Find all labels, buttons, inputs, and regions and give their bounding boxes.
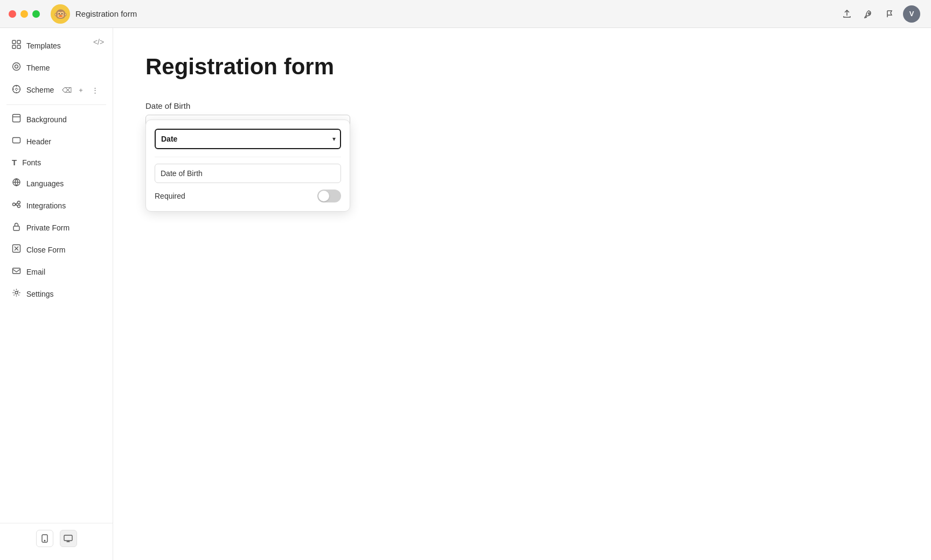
svg-rect-3	[12, 45, 16, 48]
sidebar-label-theme: Theme	[26, 64, 50, 72]
sidebar-item-settings[interactable]: Settings	[3, 283, 109, 304]
email-icon	[12, 266, 21, 277]
toggle-knob	[318, 191, 329, 201]
scheme-add-button[interactable]: +	[75, 84, 87, 96]
sidebar-label-fonts: Fonts	[22, 158, 41, 167]
main-layout: </> Templates Theme Scheme ⌫ + ⋮	[0, 28, 931, 560]
share-button[interactable]	[838, 5, 856, 23]
required-label: Required	[155, 192, 185, 200]
sidebar-item-background[interactable]: Background	[3, 109, 109, 130]
field-label: Date of Birth	[145, 101, 899, 110]
svg-point-19	[44, 540, 45, 541]
app-header: 🐵 Registration form	[51, 4, 137, 24]
background-icon	[12, 114, 21, 125]
scheme-icon	[12, 85, 21, 96]
form-title: Registration form	[145, 54, 899, 80]
svg-rect-9	[13, 138, 20, 143]
content-area: Registration form Date of Birth mm / dd …	[113, 28, 931, 560]
sidebar-label-languages: Languages	[26, 179, 64, 188]
scheme-delete-button[interactable]: ⌫	[61, 84, 73, 96]
scheme-more-button[interactable]: ⋮	[89, 84, 101, 96]
sidebar-item-fonts[interactable]: T Fonts	[3, 153, 109, 172]
languages-icon	[12, 178, 21, 189]
sidebar-item-integrations[interactable]: Integrations	[3, 195, 109, 216]
scheme-actions: ⌫ + ⋮	[61, 84, 101, 96]
svg-point-12	[18, 201, 20, 204]
flag-button[interactable]	[881, 5, 899, 23]
user-avatar[interactable]: V	[903, 5, 920, 23]
required-row: Required	[155, 190, 341, 202]
svg-point-17	[15, 291, 18, 294]
popup-divider	[155, 157, 341, 157]
theme-icon	[12, 62, 21, 73]
field-settings-popup: Date Text Number Email ▾ Required	[145, 120, 350, 212]
minimize-button[interactable]	[20, 10, 28, 18]
app-title: Registration form	[75, 9, 137, 18]
sidebar-label-templates: Templates	[26, 41, 61, 50]
svg-point-13	[18, 205, 20, 208]
field-label-input[interactable]	[155, 164, 341, 183]
sidebar-item-close-form[interactable]: Close Form	[3, 239, 109, 260]
mobile-view-button[interactable]	[36, 530, 53, 547]
sidebar-item-private-form[interactable]: Private Form	[3, 217, 109, 238]
traffic-lights	[9, 10, 40, 18]
fonts-icon: T	[12, 158, 17, 167]
svg-rect-20	[64, 535, 72, 541]
app-logo: 🐵	[51, 4, 70, 24]
sidebar-label-scheme: Scheme	[26, 86, 61, 94]
sidebar-item-header[interactable]: Header	[3, 131, 109, 152]
svg-point-11	[13, 203, 16, 206]
svg-rect-4	[17, 45, 20, 48]
settings-icon	[12, 288, 21, 299]
sidebar-label-private-form: Private Form	[26, 223, 70, 232]
sidebar-label-background: Background	[26, 115, 67, 124]
integrations-icon	[12, 200, 21, 211]
sidebar-divider-1	[6, 104, 106, 105]
sidebar-item-languages[interactable]: Languages	[3, 173, 109, 194]
close-form-icon	[12, 244, 21, 255]
sidebar-label-integrations: Integrations	[26, 201, 66, 210]
sidebar-item-scheme[interactable]: Scheme ⌫ + ⋮	[3, 79, 109, 101]
sidebar-item-email[interactable]: Email	[3, 261, 109, 282]
type-select-wrapper: Date Text Number Email ▾	[155, 129, 341, 149]
sidebar-label-close-form: Close Form	[26, 246, 65, 254]
svg-point-6	[15, 65, 18, 68]
titlebar: 🐵 Registration form V	[0, 0, 931, 28]
svg-rect-14	[13, 226, 19, 230]
required-toggle[interactable]	[317, 190, 341, 202]
sidebar-label-header: Header	[26, 137, 51, 146]
maximize-button[interactable]	[32, 10, 40, 18]
sidebar-bottom	[0, 523, 113, 554]
sidebar-item-theme[interactable]: Theme	[3, 57, 109, 78]
svg-point-0	[869, 12, 870, 14]
svg-rect-1	[12, 40, 16, 44]
svg-point-5	[13, 63, 20, 71]
sidebar-item-templates[interactable]: Templates	[3, 35, 109, 56]
sidebar: </> Templates Theme Scheme ⌫ + ⋮	[0, 28, 113, 560]
sidebar-label-email: Email	[26, 268, 45, 276]
header-icon	[12, 136, 21, 147]
svg-rect-16	[13, 268, 20, 274]
svg-rect-8	[13, 115, 20, 122]
templates-icon	[12, 40, 21, 51]
close-button[interactable]	[9, 10, 16, 18]
desktop-view-button[interactable]	[60, 530, 77, 547]
field-type-select[interactable]: Date Text Number Email	[155, 129, 341, 149]
private-form-icon	[12, 222, 21, 233]
rocket-button[interactable]	[860, 5, 877, 23]
svg-rect-2	[17, 40, 20, 44]
sidebar-label-settings: Settings	[26, 290, 54, 298]
titlebar-actions: V	[838, 5, 920, 23]
